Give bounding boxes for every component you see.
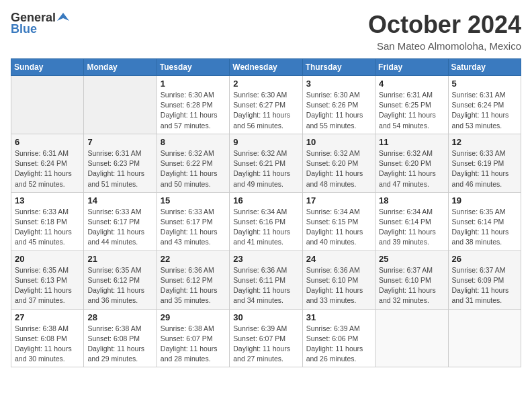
day-number: 15 xyxy=(161,195,226,205)
day-number: 22 xyxy=(161,254,226,264)
calendar-cell: 31Sunrise: 6:39 AM Sunset: 6:06 PM Dayli… xyxy=(302,309,375,367)
page-header: General Blue October 2024 San Mateo Almo… xyxy=(11,11,521,52)
day-info: Sunrise: 6:35 AM Sunset: 6:12 PM Dayligh… xyxy=(87,265,152,306)
calendar-cell: 12Sunrise: 6:33 AM Sunset: 6:19 PM Dayli… xyxy=(448,134,521,192)
calendar-cell: 14Sunrise: 6:33 AM Sunset: 6:17 PM Dayli… xyxy=(84,192,157,250)
calendar-cell xyxy=(375,309,448,367)
day-number: 26 xyxy=(452,254,517,264)
day-info: Sunrise: 6:32 AM Sunset: 6:20 PM Dayligh… xyxy=(379,148,444,189)
day-info: Sunrise: 6:30 AM Sunset: 6:27 PM Dayligh… xyxy=(233,90,298,131)
calendar-cell: 27Sunrise: 6:38 AM Sunset: 6:08 PM Dayli… xyxy=(11,309,84,367)
column-header-wednesday: Wednesday xyxy=(230,59,302,76)
day-number: 11 xyxy=(379,137,444,147)
day-info: Sunrise: 6:33 AM Sunset: 6:17 PM Dayligh… xyxy=(161,207,226,248)
day-number: 29 xyxy=(161,312,226,322)
calendar-cell: 29Sunrise: 6:38 AM Sunset: 6:07 PM Dayli… xyxy=(157,309,229,367)
day-number: 31 xyxy=(306,312,371,322)
day-info: Sunrise: 6:34 AM Sunset: 6:15 PM Dayligh… xyxy=(306,207,371,248)
calendar-cell: 15Sunrise: 6:33 AM Sunset: 6:17 PM Dayli… xyxy=(157,192,229,250)
day-number: 19 xyxy=(452,195,517,205)
day-number: 23 xyxy=(233,254,298,264)
logo-bird-icon xyxy=(57,11,69,24)
day-number: 6 xyxy=(15,137,80,147)
calendar-cell: 19Sunrise: 6:35 AM Sunset: 6:14 PM Dayli… xyxy=(448,192,521,250)
day-info: Sunrise: 6:32 AM Sunset: 6:22 PM Dayligh… xyxy=(161,148,226,189)
day-number: 18 xyxy=(379,195,444,205)
day-number: 14 xyxy=(87,195,152,205)
day-info: Sunrise: 6:31 AM Sunset: 6:25 PM Dayligh… xyxy=(379,90,444,131)
calendar-cell: 23Sunrise: 6:36 AM Sunset: 6:11 PM Dayli… xyxy=(230,250,302,309)
title-block: October 2024 San Mateo Almomoloha, Mexic… xyxy=(368,11,521,52)
column-header-tuesday: Tuesday xyxy=(157,59,229,76)
day-info: Sunrise: 6:31 AM Sunset: 6:24 PM Dayligh… xyxy=(15,148,80,189)
calendar-cell: 13Sunrise: 6:33 AM Sunset: 6:18 PM Dayli… xyxy=(11,192,84,250)
day-number: 27 xyxy=(15,312,80,322)
day-number: 3 xyxy=(306,79,371,89)
day-number: 8 xyxy=(161,137,226,147)
day-number: 28 xyxy=(87,312,152,322)
day-number: 4 xyxy=(379,79,444,89)
column-header-friday: Friday xyxy=(375,59,448,76)
week-row-1: 1Sunrise: 6:30 AM Sunset: 6:28 PM Daylig… xyxy=(11,76,521,134)
svg-marker-0 xyxy=(57,13,69,21)
calendar-cell: 9Sunrise: 6:32 AM Sunset: 6:21 PM Daylig… xyxy=(230,134,302,192)
column-header-saturday: Saturday xyxy=(448,59,521,76)
logo-blue-text: Blue xyxy=(11,22,37,36)
calendar-cell: 5Sunrise: 6:31 AM Sunset: 6:24 PM Daylig… xyxy=(448,76,521,134)
day-info: Sunrise: 6:31 AM Sunset: 6:23 PM Dayligh… xyxy=(87,148,152,189)
day-number: 20 xyxy=(15,254,80,264)
day-number: 12 xyxy=(452,137,517,147)
column-header-thursday: Thursday xyxy=(302,59,375,76)
calendar-cell: 30Sunrise: 6:39 AM Sunset: 6:07 PM Dayli… xyxy=(230,309,302,367)
calendar-cell: 16Sunrise: 6:34 AM Sunset: 6:16 PM Dayli… xyxy=(230,192,302,250)
calendar-cell: 1Sunrise: 6:30 AM Sunset: 6:28 PM Daylig… xyxy=(157,76,229,134)
day-info: Sunrise: 6:30 AM Sunset: 6:28 PM Dayligh… xyxy=(161,90,226,131)
day-info: Sunrise: 6:33 AM Sunset: 6:19 PM Dayligh… xyxy=(452,148,517,189)
calendar-cell: 3Sunrise: 6:30 AM Sunset: 6:26 PM Daylig… xyxy=(302,76,375,134)
calendar-cell: 11Sunrise: 6:32 AM Sunset: 6:20 PM Dayli… xyxy=(375,134,448,192)
day-number: 13 xyxy=(15,195,80,205)
day-info: Sunrise: 6:35 AM Sunset: 6:14 PM Dayligh… xyxy=(452,207,517,248)
calendar-cell: 24Sunrise: 6:36 AM Sunset: 6:10 PM Dayli… xyxy=(302,250,375,309)
location-subtitle: San Mateo Almomoloha, Mexico xyxy=(368,40,521,52)
calendar-cell: 20Sunrise: 6:35 AM Sunset: 6:13 PM Dayli… xyxy=(11,250,84,309)
day-info: Sunrise: 6:39 AM Sunset: 6:06 PM Dayligh… xyxy=(306,324,371,365)
day-info: Sunrise: 6:36 AM Sunset: 6:10 PM Dayligh… xyxy=(306,265,371,306)
calendar-cell: 25Sunrise: 6:37 AM Sunset: 6:10 PM Dayli… xyxy=(375,250,448,309)
calendar-cell: 8Sunrise: 6:32 AM Sunset: 6:22 PM Daylig… xyxy=(157,134,229,192)
day-info: Sunrise: 6:38 AM Sunset: 6:07 PM Dayligh… xyxy=(161,324,226,365)
day-info: Sunrise: 6:32 AM Sunset: 6:21 PM Dayligh… xyxy=(233,148,298,189)
day-info: Sunrise: 6:33 AM Sunset: 6:18 PM Dayligh… xyxy=(15,207,80,248)
calendar-cell: 2Sunrise: 6:30 AM Sunset: 6:27 PM Daylig… xyxy=(230,76,302,134)
day-number: 25 xyxy=(379,254,444,264)
calendar-cell: 4Sunrise: 6:31 AM Sunset: 6:25 PM Daylig… xyxy=(375,76,448,134)
day-number: 30 xyxy=(233,312,298,322)
day-info: Sunrise: 6:38 AM Sunset: 6:08 PM Dayligh… xyxy=(87,324,152,365)
day-info: Sunrise: 6:30 AM Sunset: 6:26 PM Dayligh… xyxy=(306,90,371,131)
day-number: 7 xyxy=(87,137,152,147)
day-info: Sunrise: 6:35 AM Sunset: 6:13 PM Dayligh… xyxy=(15,265,80,306)
column-header-sunday: Sunday xyxy=(11,59,84,76)
day-info: Sunrise: 6:38 AM Sunset: 6:08 PM Dayligh… xyxy=(15,324,80,365)
calendar-cell: 7Sunrise: 6:31 AM Sunset: 6:23 PM Daylig… xyxy=(84,134,157,192)
calendar-header-row: SundayMondayTuesdayWednesdayThursdayFrid… xyxy=(11,59,521,76)
day-info: Sunrise: 6:34 AM Sunset: 6:16 PM Dayligh… xyxy=(233,207,298,248)
week-row-5: 27Sunrise: 6:38 AM Sunset: 6:08 PM Dayli… xyxy=(11,309,521,367)
calendar-cell: 17Sunrise: 6:34 AM Sunset: 6:15 PM Dayli… xyxy=(302,192,375,250)
calendar-cell xyxy=(448,309,521,367)
day-info: Sunrise: 6:31 AM Sunset: 6:24 PM Dayligh… xyxy=(452,90,517,131)
logo: General Blue xyxy=(11,11,69,36)
calendar-table: SundayMondayTuesdayWednesdayThursdayFrid… xyxy=(11,58,521,367)
week-row-2: 6Sunrise: 6:31 AM Sunset: 6:24 PM Daylig… xyxy=(11,134,521,192)
calendar-cell: 28Sunrise: 6:38 AM Sunset: 6:08 PM Dayli… xyxy=(84,309,157,367)
calendar-cell: 6Sunrise: 6:31 AM Sunset: 6:24 PM Daylig… xyxy=(11,134,84,192)
day-number: 1 xyxy=(161,79,226,89)
day-info: Sunrise: 6:36 AM Sunset: 6:12 PM Dayligh… xyxy=(161,265,226,306)
day-info: Sunrise: 6:34 AM Sunset: 6:14 PM Dayligh… xyxy=(379,207,444,248)
day-info: Sunrise: 6:33 AM Sunset: 6:17 PM Dayligh… xyxy=(87,207,152,248)
week-row-4: 20Sunrise: 6:35 AM Sunset: 6:13 PM Dayli… xyxy=(11,250,521,309)
column-header-monday: Monday xyxy=(84,59,157,76)
day-info: Sunrise: 6:37 AM Sunset: 6:10 PM Dayligh… xyxy=(379,265,444,306)
calendar-cell xyxy=(84,76,157,134)
day-info: Sunrise: 6:39 AM Sunset: 6:07 PM Dayligh… xyxy=(233,324,298,365)
